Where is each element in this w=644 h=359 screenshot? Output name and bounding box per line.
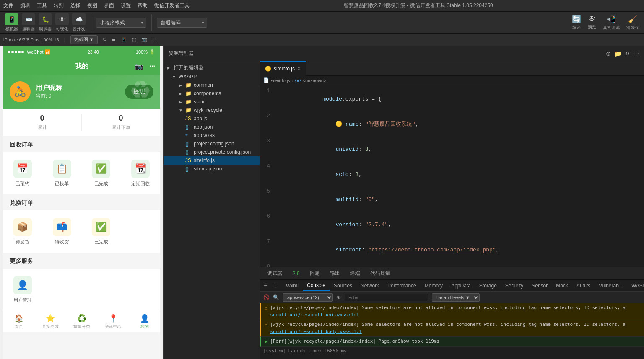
panel-tab-storage[interactable]: Storage	[475, 281, 501, 290]
panel-tab-security[interactable]: Security	[501, 281, 527, 290]
panel-tab-appdata[interactable]: AppData	[447, 281, 475, 290]
devtool-tab-output[interactable]: 输出	[326, 268, 344, 279]
console-level-selector[interactable]: Default levels ▼	[432, 293, 480, 302]
devtool-tab-debugger[interactable]: 调试器	[263, 268, 287, 279]
panel-tab-wxml[interactable]: Wxml	[282, 281, 303, 290]
menu-help[interactable]: 帮助	[138, 2, 148, 9]
service-item-user[interactable]: 👤 用户管理	[3, 272, 42, 307]
phone-icon[interactable]: 📱	[121, 37, 127, 42]
editor-button[interactable]: ⌨️ 编辑器	[22, 13, 35, 32]
menu-file[interactable]: 文件	[3, 2, 13, 9]
wxapp-root[interactable]: ▼ WXAPP	[164, 72, 260, 81]
file-app-wxss[interactable]: ≈ app.wxss	[164, 131, 260, 139]
msg-link-1[interactable]: scroll-uni/mescroll-uni.wxss:1:1	[270, 312, 359, 318]
compile-selector-wrapper[interactable]: 普通编译 自定义编译	[157, 18, 207, 28]
file-project-config[interactable]: {} project.config.json	[164, 139, 260, 148]
panel-tab-sources[interactable]: Sources	[330, 281, 356, 290]
panel-tab-waser[interactable]: WASer	[627, 281, 644, 290]
compile-selector[interactable]: 普通编译 自定义编译	[157, 18, 207, 28]
order-item-booked[interactable]: 📅 已预约	[3, 155, 42, 191]
file-app-js[interactable]: JS app.js	[164, 114, 260, 123]
news-label: 资讯中心	[105, 324, 122, 330]
menu-edit[interactable]: 编辑	[20, 2, 30, 9]
layout-icon[interactable]: ⬚	[132, 37, 136, 42]
clean-button[interactable]: 🧹 清缓存	[626, 15, 639, 31]
devtool-tab-codequality[interactable]: 代码质量	[366, 268, 395, 279]
menu-settings[interactable]: 设置	[121, 2, 131, 9]
panel-tab-performance[interactable]: Performance	[383, 281, 421, 290]
console-eye-icon[interactable]: 👁	[336, 294, 341, 300]
menu-interface[interactable]: 界面	[104, 2, 114, 9]
msg-content-2: [wjyk_recycle/pages/index/index] Some se…	[270, 322, 626, 327]
panel-tab-icon-left[interactable]: ☰	[260, 283, 271, 288]
refresh-icon[interactable]: ↻	[103, 37, 106, 42]
camera-icon[interactable]: 📷	[135, 62, 143, 70]
collapse-tree-icon[interactable]: ⋯	[633, 50, 639, 57]
console-service-selector[interactable]: appservice (#2)	[283, 293, 333, 302]
folder-components[interactable]: ▶ 📁 components	[164, 89, 260, 98]
hotcut-button[interactable]: 热截图 ▼	[70, 35, 98, 44]
folder-static[interactable]: ▶ 📁 static	[164, 98, 260, 106]
file-app-json[interactable]: {} app.json	[164, 123, 260, 131]
console-filter-input[interactable]	[345, 294, 428, 301]
devtool-tab-issues[interactable]: 问题	[306, 268, 324, 279]
nav-mine[interactable]: 👤 我的	[129, 314, 160, 330]
menu-view[interactable]: 视图	[87, 2, 97, 9]
order-item-accepted[interactable]: 📋 已接单	[42, 155, 82, 191]
nav-exchange[interactable]: ⭐ 兑换商城	[34, 314, 66, 330]
mode-selector-wrapper[interactable]: 小程序模式 插件模式	[96, 18, 146, 28]
folder-wjyk-recycle[interactable]: ▼ 📁 wjyk_recycle	[164, 106, 260, 114]
debugger-button[interactable]: 🐛 调试器	[39, 13, 52, 32]
nav-home[interactable]: 🏠 首页	[3, 314, 34, 330]
mode-selector[interactable]: 小程序模式 插件模式	[96, 18, 146, 28]
console-filter-icon[interactable]: 🔍	[273, 294, 279, 300]
prop-version: version	[335, 222, 358, 228]
order-item-periodic[interactable]: 📆 定期回收	[121, 155, 160, 191]
cloud-button[interactable]: ☁️ 云开发	[72, 13, 86, 32]
stop-icon[interactable]: ⏹	[112, 37, 116, 42]
file-siteinfo-js[interactable]: JS siteinfo.js	[164, 156, 260, 165]
order-item-done[interactable]: ✅ 已完成	[82, 155, 121, 191]
code-area[interactable]: 1 module.exports = { 2 🟡 name: "智慧废品回收系统…	[260, 85, 644, 267]
preview-button[interactable]: 👁 预览	[588, 15, 596, 30]
nav-trash[interactable]: ♻️ 垃圾分类	[66, 314, 97, 330]
file-sitemap-json[interactable]: {} sitemap.json	[164, 165, 260, 173]
simulator-button[interactable]: 📱 模拟器	[5, 13, 18, 32]
refresh-tree-icon[interactable]: ↻	[625, 50, 630, 57]
menu-goto[interactable]: 转到	[54, 2, 64, 9]
exchange-item-completed[interactable]: ✅ 已完成	[82, 214, 121, 249]
tab-siteinfo-js[interactable]: 🟡 siteinfo.js ✕	[260, 61, 306, 76]
new-file-icon[interactable]: ⊕	[606, 50, 611, 57]
refresh-button[interactable]: 🔄 编译	[572, 15, 581, 31]
visualize-button[interactable]: 👁 可视化	[55, 13, 69, 32]
panel-tab-memory[interactable]: Memory	[421, 281, 447, 290]
console-clear-icon[interactable]: 🚫	[263, 294, 270, 300]
menu-icon[interactable]: ≡	[152, 37, 155, 42]
new-folder-icon[interactable]: 📁	[614, 50, 621, 57]
open-editors-section[interactable]: ▶ 打开的编辑器	[164, 63, 260, 72]
menu-tools[interactable]: 工具	[37, 2, 47, 9]
tab-close-button[interactable]: ✕	[297, 66, 301, 71]
panel-tab-icon-inspect[interactable]: ⬚	[271, 283, 282, 288]
real-debug-button[interactable]: 📲 真机调试	[603, 15, 620, 31]
folder-common[interactable]: ▶ 📁 common	[164, 81, 260, 89]
exchange-item-pending-receive[interactable]: 📫 待收货	[42, 214, 82, 249]
panel-tab-vulnerab[interactable]: Vulnerab...	[595, 281, 627, 290]
panel-tab-network[interactable]: Network	[356, 281, 383, 290]
stat-orders: 0 累计下单	[82, 114, 160, 131]
panel-tab-audits[interactable]: Audits	[572, 281, 595, 290]
screenshot-icon[interactable]: 📷	[141, 37, 147, 42]
nav-news[interactable]: 📍 资讯中心	[97, 314, 129, 330]
menu-select[interactable]: 选择	[70, 2, 80, 9]
more-icon[interactable]: ···	[150, 62, 155, 70]
exchange-item-pending-ship[interactable]: 📦 待发货	[3, 214, 42, 249]
panel-tab-mock[interactable]: Mock	[552, 281, 572, 290]
menu-wechat-tools[interactable]: 微信开发者工具	[154, 2, 190, 9]
file-project-private[interactable]: {} project.private.config.json	[164, 148, 260, 156]
devtool-tab-terminal[interactable]: 终端	[346, 268, 364, 279]
panel-tab-console[interactable]: Console	[303, 281, 330, 291]
devtool-tab-version[interactable]: 2.9	[288, 269, 304, 278]
user-name: 用户昵称	[36, 84, 120, 93]
msg-link-2[interactable]: scroll-uni/mescroll-body.wxss:1:1	[270, 329, 362, 334]
panel-tab-sensor[interactable]: Sensor	[527, 281, 552, 290]
